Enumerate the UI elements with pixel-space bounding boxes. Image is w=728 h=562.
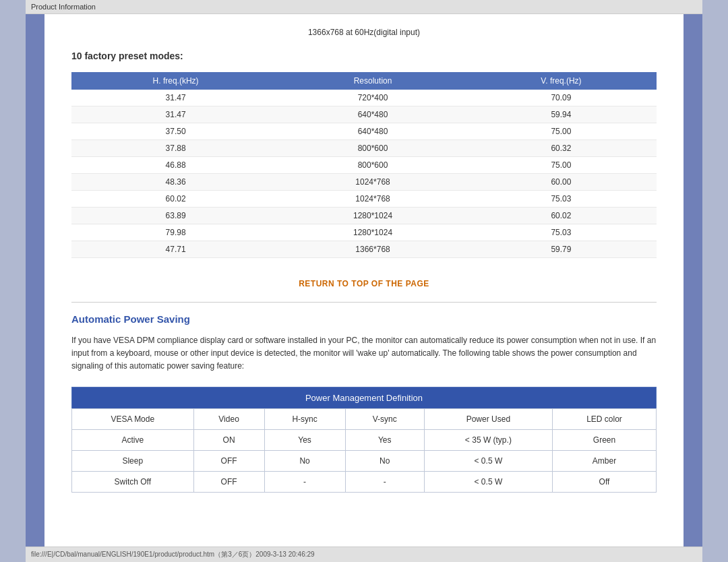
left-accent <box>26 14 44 547</box>
table-cell: 800*600 <box>280 140 466 157</box>
table-cell: Off <box>552 471 656 492</box>
power-col-header: V-sync <box>345 408 424 429</box>
table-cell: OFF <box>193 450 264 471</box>
table-row: 48.361024*76860.00 <box>71 174 657 191</box>
preset-section-heading: 10 factory preset modes: <box>71 51 657 61</box>
power-col-header: Power Used <box>424 408 552 429</box>
subtitle-text: 1366x768 at 60Hz(digital input) <box>71 28 657 37</box>
table-row: 63.891280*102460.02 <box>71 208 657 224</box>
table-cell: Active <box>72 429 194 450</box>
table-cell: 1280*1024 <box>280 224 466 241</box>
table-cell: 1280*1024 <box>280 208 466 224</box>
table-cell: 75.03 <box>466 191 657 208</box>
table-row: 31.47640*48059.94 <box>71 106 657 123</box>
table-row: SleepOFFNoNo< 0.5 WAmber <box>72 450 657 471</box>
table-row: 31.47720*40070.09 <box>71 90 657 106</box>
table-cell: 75.00 <box>466 157 657 174</box>
table-cell: Sleep <box>72 450 194 471</box>
table-cell: 75.00 <box>466 123 657 140</box>
table-cell: Switch Off <box>72 471 194 492</box>
return-link-container[interactable]: RETURN TO TOP OF THE PAGE <box>71 278 657 288</box>
table-cell: - <box>345 471 424 492</box>
table-cell: OFF <box>193 471 264 492</box>
table-cell: Yes <box>345 429 424 450</box>
table-cell: Amber <box>552 450 656 471</box>
table-row: Switch OffOFF--< 0.5 WOff <box>72 471 657 492</box>
content-area: 1366x768 at 60Hz(digital input) 10 facto… <box>44 14 684 547</box>
table-cell: 1024*768 <box>280 191 466 208</box>
page-title: Product Information <box>31 3 96 11</box>
power-col-header: H-sync <box>264 408 345 429</box>
return-to-top-link[interactable]: RETURN TO TOP OF THE PAGE <box>299 279 429 288</box>
table-cell: < 0.5 W <box>424 471 552 492</box>
power-col-header: VESA Mode <box>72 408 194 429</box>
table-cell: 59.79 <box>466 241 657 258</box>
power-table-main-header: Power Management Definition <box>72 387 657 408</box>
auto-power-description: If you have VESA DPM compliance display … <box>71 334 657 373</box>
content-outer: 1366x768 at 60Hz(digital input) 10 facto… <box>26 14 702 547</box>
preset-col-h-freq: H. freq.(kHz) <box>71 72 280 90</box>
table-cell: < 0.5 W <box>424 450 552 471</box>
table-row: 46.88800*60075.00 <box>71 157 657 174</box>
table-cell: 70.09 <box>466 90 657 106</box>
table-cell: 46.88 <box>71 157 280 174</box>
table-cell: 60.32 <box>466 140 657 157</box>
table-cell: 720*400 <box>280 90 466 106</box>
table-cell: No <box>264 450 345 471</box>
table-cell: 59.94 <box>466 106 657 123</box>
table-cell: Green <box>552 429 656 450</box>
right-sidebar <box>702 0 728 562</box>
preset-col-v-freq: V. freq.(Hz) <box>466 72 657 90</box>
power-col-header: Video <box>193 408 264 429</box>
table-cell: 37.50 <box>71 123 280 140</box>
bottom-path: file:///E|/CD/bal/manual/ENGLISH/190E1/p… <box>31 551 315 558</box>
table-row: 37.50640*48075.00 <box>71 123 657 140</box>
right-accent <box>684 14 702 547</box>
main-wrapper: Product Information 1366x768 at 60Hz(dig… <box>26 0 702 562</box>
table-row: ActiveONYesYes< 35 W (typ.)Green <box>72 429 657 450</box>
table-cell: 1024*768 <box>280 174 466 191</box>
left-sidebar <box>0 0 26 562</box>
table-row: 37.88800*60060.32 <box>71 140 657 157</box>
table-cell: 60.02 <box>71 191 280 208</box>
preset-table: H. freq.(kHz) Resolution V. freq.(Hz) 31… <box>71 72 657 258</box>
power-management-table: Power Management Definition VESA ModeVid… <box>71 387 657 493</box>
table-row: 47.711366*76859.79 <box>71 241 657 258</box>
power-col-header: LED color <box>552 408 656 429</box>
table-cell: 75.03 <box>466 224 657 241</box>
bottom-bar: file:///E|/CD/bal/manual/ENGLISH/190E1/p… <box>26 547 702 562</box>
auto-power-heading: Automatic Power Saving <box>71 313 657 325</box>
table-cell: No <box>345 450 424 471</box>
table-cell: 800*600 <box>280 157 466 174</box>
table-cell: 640*480 <box>280 123 466 140</box>
table-cell: 60.00 <box>466 174 657 191</box>
table-row: 60.021024*76875.03 <box>71 191 657 208</box>
table-row: 79.981280*102475.03 <box>71 224 657 241</box>
table-cell: 48.36 <box>71 174 280 191</box>
table-cell: 60.02 <box>466 208 657 224</box>
table-cell: 63.89 <box>71 208 280 224</box>
section-divider <box>71 302 657 303</box>
table-cell: 640*480 <box>280 106 466 123</box>
table-cell: 37.88 <box>71 140 280 157</box>
table-cell: Yes <box>264 429 345 450</box>
top-bar: Product Information <box>26 0 702 14</box>
table-cell: 31.47 <box>71 106 280 123</box>
table-cell: < 35 W (typ.) <box>424 429 552 450</box>
preset-col-resolution: Resolution <box>280 72 466 90</box>
table-cell: - <box>264 471 345 492</box>
table-cell: ON <box>193 429 264 450</box>
table-cell: 47.71 <box>71 241 280 258</box>
table-cell: 31.47 <box>71 90 280 106</box>
table-cell: 1366*768 <box>280 241 466 258</box>
table-cell: 79.98 <box>71 224 280 241</box>
